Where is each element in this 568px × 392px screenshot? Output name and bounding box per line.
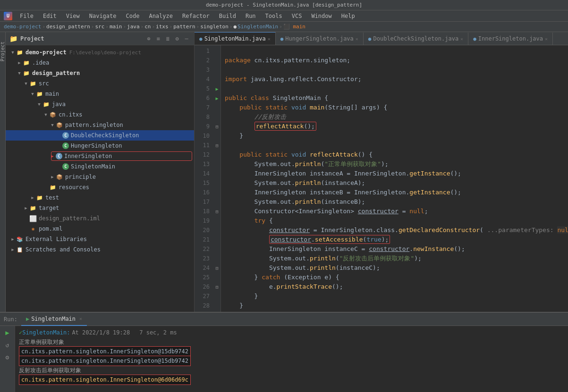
- class-icon-inner-singleton: C: [56, 153, 62, 159]
- breadcrumb-part-4[interactable]: java: [127, 24, 140, 30]
- code-content[interactable]: package cn.itxs.pattern.singleton; impor…: [221, 45, 568, 312]
- breadcrumb-part-3[interactable]: main: [110, 24, 122, 30]
- tree-arrow-src[interactable]: ▼: [23, 80, 29, 87]
- menu-edit[interactable]: Edit: [39, 12, 60, 20]
- tree-item-external-libs[interactable]: ▶ 📚 External Libraries: [6, 234, 194, 244]
- tree-item-demo-project[interactable]: ▼ 📁 demo-project F:\develop\demo-project: [6, 47, 194, 58]
- tree-label-principle: principle: [65, 174, 96, 180]
- run-output[interactable]: ✓ SingletonMain: At 2022/1/8 19:28 7 sec…: [15, 326, 568, 392]
- run-settings-btn[interactable]: ⚙: [3, 352, 12, 362]
- tree-arrow-demo-project[interactable]: ▼: [9, 49, 16, 56]
- tree-arrow-java[interactable]: ▼: [36, 101, 42, 108]
- run-play-btn[interactable]: ▶: [3, 328, 12, 337]
- tree-arrow-principle[interactable]: ▶: [49, 174, 56, 180]
- ln-21: 21: [195, 235, 210, 244]
- tab-hunger-singleton[interactable]: ● HungerSingleton.java ✕: [276, 33, 364, 45]
- code-editor[interactable]: 1 2 3 4 5 6 7 8 9 10 11 12 13 14 15 16 1: [195, 45, 568, 312]
- tree-arrow-idea[interactable]: ▶: [16, 59, 23, 66]
- tree-arrow-test[interactable]: ▶: [29, 194, 36, 201]
- tree-item-double-check[interactable]: ▶ C DoubleCheckSingleton: [6, 130, 194, 141]
- tab-close-singleton-main[interactable]: ✕: [268, 36, 271, 42]
- breadcrumb-part-7[interactable]: pattern: [173, 24, 195, 30]
- run-rerun-btn[interactable]: ↺: [3, 340, 12, 350]
- tab-singleton-main[interactable]: ● SingletonMain.java ✕: [195, 32, 276, 45]
- tree-item-test[interactable]: ▶ 📁 test: [6, 192, 194, 203]
- menu-navigate[interactable]: Navigate: [85, 12, 120, 20]
- breadcrumb-part-6[interactable]: itxs: [156, 24, 169, 30]
- tree-item-idea[interactable]: ▶ 📁 .idea: [6, 58, 194, 68]
- menu-refactor[interactable]: Refactor: [178, 12, 213, 20]
- package-icon-cn-itxs: 📦: [49, 111, 57, 118]
- gutter-16: [213, 188, 220, 197]
- menu-file[interactable]: File: [16, 12, 37, 20]
- class-icon-singleton-main: C: [62, 163, 69, 170]
- tab-close-inner-singleton[interactable]: ✕: [545, 36, 548, 42]
- menu-view[interactable]: View: [62, 12, 84, 20]
- tree-arrow-inner-singleton[interactable]: ▶: [49, 153, 56, 159]
- close-panel-btn[interactable]: —: [183, 35, 190, 42]
- menu-help[interactable]: Help: [338, 12, 359, 20]
- tree-item-hunger-singleton[interactable]: ▶ C HungerSingleton: [6, 141, 194, 151]
- breadcrumb-part-0[interactable]: demo-project: [4, 24, 41, 30]
- breadcrumb-part-5[interactable]: cn: [144, 24, 151, 30]
- tree-arrow-cn-itxs[interactable]: ▼: [42, 111, 49, 118]
- tab-close-hunger-singleton[interactable]: ✕: [356, 36, 358, 42]
- menu-code[interactable]: Code: [122, 12, 144, 20]
- run-toolbar: ▶ ↺ ⚙: [0, 326, 15, 392]
- run-tab-singleton-main[interactable]: ▶ SingletonMain ✕: [21, 313, 87, 326]
- locate-file-btn[interactable]: ⊕: [145, 35, 153, 42]
- tree-item-principle[interactable]: ▶ 📦 principle: [6, 172, 194, 182]
- tree-item-resources[interactable]: ▶ 📁 resources: [6, 182, 194, 192]
- run-tab-close[interactable]: ✕: [79, 316, 82, 321]
- tree-arrow-ext-libs[interactable]: ▶: [9, 236, 16, 242]
- breadcrumb-part-9[interactable]: ●SingletonMain: [233, 24, 278, 30]
- tree-item-pom-xml[interactable]: ▶ ✱ pom.xml: [6, 224, 194, 234]
- tree-arrow-target[interactable]: ▶: [23, 205, 29, 211]
- gutter-11-fold[interactable]: ⊟: [213, 141, 220, 150]
- settings-btn[interactable]: ⚙: [173, 35, 181, 42]
- line-7: //反射攻击: [225, 113, 286, 120]
- gutter-8: [213, 112, 220, 122]
- tree-arrow-main[interactable]: ▼: [29, 91, 36, 97]
- gutter-18-fold[interactable]: ⊟: [213, 207, 220, 216]
- tree-arrow-pattern-singleton[interactable]: ▼: [49, 122, 56, 128]
- title-text: demo-project - SingletonMain.java [desig…: [206, 2, 362, 8]
- gutter-26-fold[interactable]: ⊟: [213, 282, 220, 292]
- menu-vcs[interactable]: VCS: [288, 12, 306, 20]
- tree-item-design-pattern[interactable]: ▼ 📁 design_pattern: [6, 68, 194, 78]
- run-output-line-2: cn.itxs.pattern.singleton.InnerSingleton…: [19, 347, 564, 356]
- menu-window[interactable]: Window: [307, 12, 335, 20]
- menu-build[interactable]: Build: [215, 12, 240, 20]
- tree-item-main[interactable]: ▼ 📁 main: [6, 89, 194, 99]
- tree-arrow-design-pattern[interactable]: ▼: [16, 70, 23, 76]
- xml-icon: ✱: [29, 225, 37, 233]
- breadcrumb-part-10[interactable]: ⬛ main: [283, 24, 305, 30]
- tab-close-double-check[interactable]: ✕: [460, 36, 463, 42]
- menu-run[interactable]: Run: [242, 12, 260, 20]
- breadcrumb-part-1[interactable]: design_pattern: [46, 24, 90, 30]
- tab-inner-singleton[interactable]: ● InnerSingleton.java ✕: [468, 33, 553, 45]
- gutter-9-fold[interactable]: ⊟: [213, 122, 220, 131]
- gutter-5[interactable]: ▶: [213, 84, 220, 93]
- gutter-6[interactable]: ▶: [213, 93, 220, 103]
- tab-double-check[interactable]: ● DoubleCheckSingleton.java ✕: [364, 33, 468, 45]
- collapse-all-btn[interactable]: ≡: [154, 35, 162, 42]
- tree-item-target[interactable]: ▶ 📁 target: [6, 203, 194, 213]
- tree-item-pattern-singleton[interactable]: ▼ 📦 pattern.singleton: [6, 120, 194, 130]
- menu-analyze[interactable]: Analyze: [145, 12, 177, 20]
- tree-item-scratches[interactable]: ▶ 📋 Scratches and Consoles: [6, 244, 194, 255]
- gutter-23: [213, 254, 220, 263]
- tree-item-singleton-main[interactable]: ▶ C SingletonMain: [6, 161, 194, 172]
- tree-item-cn-itxs[interactable]: ▼ 📦 cn.itxs: [6, 109, 194, 120]
- tree-item-src[interactable]: ▼ 📁 src: [6, 78, 194, 89]
- tree-item-design-pattern-iml[interactable]: ▶ ⬜ design_pattern.iml: [6, 213, 194, 224]
- run-content-area: ▶ ↺ ⚙ ✓ SingletonMain: At 2022/1/8 19:28…: [0, 326, 568, 392]
- menu-tools[interactable]: Tools: [262, 12, 286, 20]
- tree-item-inner-singleton[interactable]: ▶ C InnerSingleton: [6, 151, 194, 161]
- tree-item-java[interactable]: ▼ 📁 java: [6, 99, 194, 109]
- expand-all-btn[interactable]: ≣: [164, 35, 171, 42]
- breadcrumb-part-2[interactable]: src: [95, 24, 104, 30]
- gutter-24-fold[interactable]: ⊟: [213, 263, 220, 273]
- tree-arrow-scratches[interactable]: ▶: [9, 246, 16, 253]
- breadcrumb-part-8[interactable]: singleton: [200, 24, 229, 30]
